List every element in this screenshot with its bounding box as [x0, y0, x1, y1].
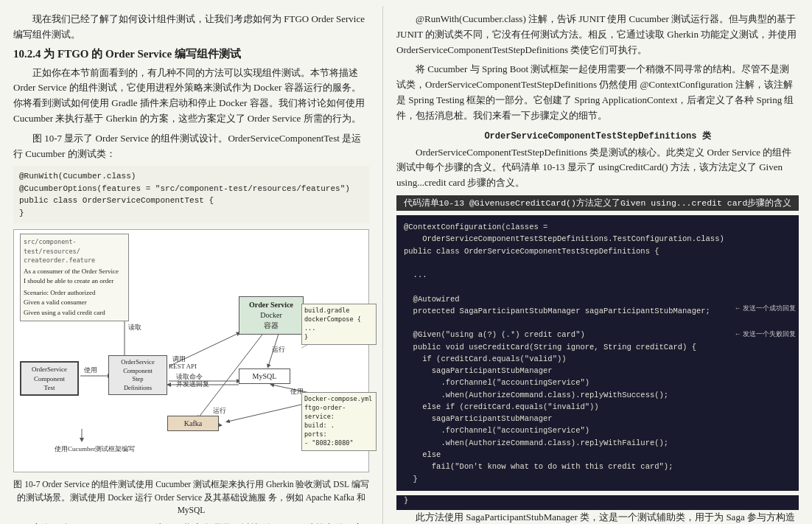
code-block-1: @RunWith(Cucumber.class) @CucumberOption… — [13, 166, 369, 223]
right-para2: 将 Cucumber 与 Spring Boot 测试框架一起使用需要一个稍微不… — [396, 62, 799, 123]
class-title: OrderServiceComponentTestStepDefinitions… — [396, 130, 799, 142]
ost-node: OrderServiceComponentTest — [20, 361, 79, 395]
svg-text:使用: 使用 — [84, 366, 97, 374]
left-column: 现在我们已经了解了如何设计组件测试，让我们考虑如何为 FTGO Order Se… — [0, 6, 383, 524]
comment-fail: ← 发送一个失败回复 — [735, 329, 796, 339]
svg-text:读取: 读取 — [128, 324, 141, 331]
right-para1: @RunWith(Cucumber.class) 注解，告诉 JUNIT 使用 … — [396, 12, 799, 57]
para1: 正如你在本节前面看到的，有几种不同的方法可以实现组件测试。本节将描述 Order… — [13, 66, 369, 127]
docker-compose-node: Docker-compose.ymlftgo-order-service: bu… — [301, 392, 377, 450]
ocsd-node: OrderServiceComponentStepDefinitions — [108, 355, 167, 395]
svg-text:运行: 运行 — [272, 346, 285, 353]
diagram-area: 读取 使用 调用 REST API 读取命令 并发送回复 运行 运行 运行 读取… — [13, 229, 369, 472]
svg-text:调用: 调用 — [172, 355, 186, 363]
section-title: 10.2.4 为 FTGO 的 Order Service 编写组件测试 — [13, 47, 369, 61]
class-desc: OrderServiceComponentTestStepDefinitions… — [396, 145, 799, 191]
code-highlight-block: @ContextConfiguration(classes = OrderSer… — [396, 215, 799, 491]
right-para3: 此方法使用 SagaParticipantStubManager 类，这是一个测… — [396, 510, 799, 524]
intro-para: 现在我们已经了解了如何设计组件测试，让我们考虑如何为 FTGO Order Se… — [13, 12, 369, 43]
code-container: @ContextConfiguration(classes = OrderSer… — [396, 215, 799, 510]
right-column: @RunWith(Cucumber.class) 注解，告诉 JUNIT 使用 … — [383, 6, 812, 524]
svg-line-8 — [301, 344, 309, 348]
kafka-node: Kafka — [167, 416, 219, 431]
comment-success: ← 发送一个成功回复 — [735, 304, 796, 313]
order-service-docker-node: Order ServiceDocker容器 — [239, 296, 304, 335]
para2: 图 10-7 显示了 Order Service 的组件测试设计。OrderSe… — [13, 131, 369, 162]
svg-text:读取命令: 读取命令 — [176, 373, 203, 380]
svg-line-5 — [268, 332, 279, 366]
svg-text:并发送回复: 并发送回复 — [176, 380, 209, 388]
build-gradle-node: build.gradledockerCompose { ...} — [301, 304, 377, 345]
para3: 它有一个 @CucumberOptions 注解，指定在哪里可以找到 Gherk… — [13, 521, 369, 524]
svg-text:REST API: REST API — [169, 363, 197, 370]
page: 现在我们已经了解了如何设计组件测试，让我们考虑如何为 FTGO Order Se… — [0, 0, 812, 524]
svg-line-2 — [169, 333, 239, 366]
svg-text:使用Cucumber测试框架编写: 使用Cucumber测试框架编写 — [55, 445, 136, 453]
feature-box: src/component-test/resources/createorder… — [20, 234, 129, 321]
mysql-node: MySQL — [239, 368, 290, 384]
diagram-inner: 读取 使用 调用 REST API 读取命令 并发送回复 运行 运行 运行 读取… — [14, 230, 368, 472]
svg-text:运行: 运行 — [213, 407, 226, 414]
code-section-title-bar: 代码清单10-13 @GivenuseCreditCard()方法定义了Give… — [396, 195, 799, 211]
diagram-caption: 图 10-7 Order Service 的组件测试使用 Cucumber 测试… — [13, 478, 369, 517]
